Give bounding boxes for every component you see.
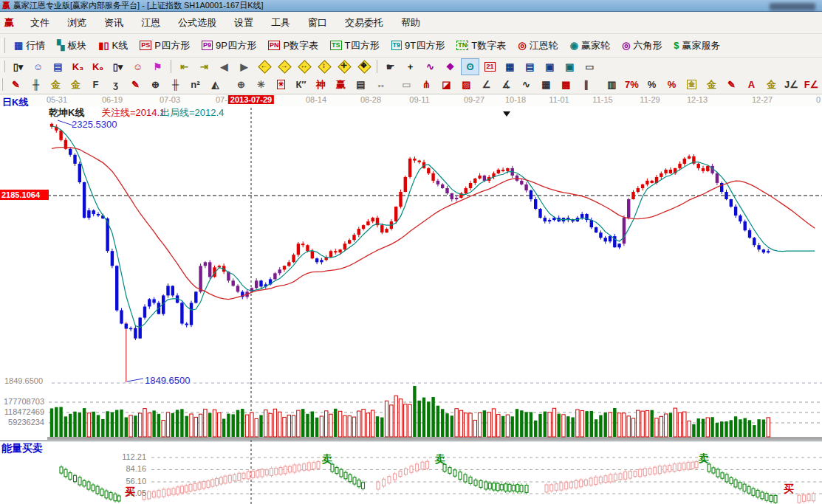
fan-lines-button[interactable]: ⋔ <box>417 76 436 93</box>
fit-all-button[interactable]: ✥ <box>355 58 373 75</box>
p-square-button[interactable]: PSP四方形 <box>134 34 196 57</box>
smart-brain-button[interactable]: ʘ <box>461 58 479 75</box>
t-square-button[interactable]: TST四方形 <box>324 34 385 57</box>
expand-all-button[interactable]: ✛ <box>335 58 353 75</box>
percent-7-button[interactable]: 7% <box>623 76 641 93</box>
n-square-button[interactable]: n² <box>186 76 205 93</box>
prev-bar-button[interactable]: ◀ <box>215 58 233 75</box>
menu-item-公式选股[interactable]: 公式选股 <box>169 15 225 30</box>
form-doc-button[interactable]: ▤ <box>49 58 67 75</box>
title-bar[interactable]: 赢 赢家江恩专业版[赢家内部服务平台] - [上证指数 SH1A0001-167… <box>0 0 822 12</box>
9t-square-button[interactable]: T99T四方形 <box>386 34 451 57</box>
sectors-button[interactable]: ▚板块 <box>51 34 92 57</box>
shift-left-button[interactable]: ← <box>255 58 273 75</box>
menu-item-江恩[interactable]: 江恩 <box>132 15 169 30</box>
star-box-button[interactable]: ✳ <box>272 76 290 93</box>
calculator-button[interactable]: ▦ <box>501 58 519 75</box>
sell-signal-label: 卖 <box>699 452 709 466</box>
market-quotes-button[interactable]: ▦行情 <box>8 34 51 57</box>
gold-line-button[interactable]: 金 <box>702 76 721 93</box>
angle-2-button[interactable]: ∡ <box>497 76 516 93</box>
zigzag-button[interactable]: ∿ <box>517 76 535 93</box>
gold-under-button[interactable]: 金 <box>762 76 781 93</box>
spiral-button[interactable]: ʒ <box>106 76 125 93</box>
save-button[interactable]: ▣ <box>541 58 559 75</box>
menu-item-文件[interactable]: 文件 <box>21 15 58 30</box>
jump-first-button[interactable]: ⇤ <box>175 58 193 75</box>
kline-button[interactable]: ▮▯K线 <box>92 34 134 57</box>
parallel-lines-button[interactable]: ∥ <box>577 76 595 93</box>
ying-tool-button[interactable]: 赢 <box>332 76 350 93</box>
shift-right-button[interactable]: → <box>275 58 293 75</box>
expand-vertical-button[interactable]: ↕ <box>315 58 333 75</box>
j-angle-button[interactable]: J∠ <box>782 76 801 93</box>
hand-tool-button[interactable]: ☛ <box>381 58 400 75</box>
width-measure-button[interactable]: ↔ <box>371 76 390 93</box>
calendar-21-button[interactable]: 21 <box>481 58 499 75</box>
gold-circle-button[interactable]: 金 <box>682 76 701 93</box>
fibonacci-f-button[interactable]: F <box>86 76 105 93</box>
menu-logo-icon: 赢 <box>4 16 14 30</box>
mask-red-button[interactable]: ☺ <box>129 58 147 75</box>
scale-chart-button[interactable]: ▥ <box>603 76 621 93</box>
hexagon-button[interactable]: ◎六角形 <box>616 34 668 57</box>
menu-item-浏览[interactable]: 浏览 <box>58 15 95 30</box>
next-bar-button[interactable]: ▶ <box>235 58 253 75</box>
ruler-grid-button[interactable]: ╫ <box>166 76 185 93</box>
protractor-button[interactable]: ◭ <box>206 76 225 93</box>
fan-box-button[interactable]: ◪ <box>437 76 456 93</box>
kline-style-button[interactable]: ▯▾ <box>9 58 27 75</box>
mask-blue-button[interactable]: ☺ <box>29 58 47 75</box>
menu-item-资讯[interactable]: 资讯 <box>95 15 132 30</box>
jump-last-button[interactable]: ⇥ <box>195 58 213 75</box>
grid-box-1-button[interactable]: ▦ <box>537 76 555 93</box>
shen-tool-button[interactable]: 神 <box>312 76 330 93</box>
expand-horizontal-button[interactable]: ↔ <box>295 58 313 75</box>
menu-item-交易委托[interactable]: 交易委托 <box>336 15 392 30</box>
9p-square-button[interactable]: P99P四方形 <box>196 34 262 57</box>
star-burst-button[interactable]: ✳ <box>252 76 270 93</box>
t-square-icon: TS <box>330 41 342 50</box>
a-wave-button[interactable]: A <box>742 76 761 93</box>
chart-9-button[interactable]: K₉ <box>89 58 107 75</box>
print-button[interactable]: ▭ <box>580 58 599 75</box>
menu-item-工具[interactable]: 工具 <box>262 15 299 30</box>
grid-box-2-button[interactable]: ▩ <box>557 76 575 93</box>
save-remote-button[interactable]: ▣ <box>561 58 579 75</box>
k-mark-button[interactable]: К″ <box>292 76 310 93</box>
draw-pen-button[interactable]: ✎ <box>7 76 25 93</box>
candle-picker-button[interactable]: ▯▾ <box>109 58 127 75</box>
menu-item-帮助[interactable]: 帮助 <box>392 15 429 30</box>
p-number-table-button[interactable]: PNP数字表 <box>262 34 324 57</box>
window-title: 赢家江恩专业版[赢家内部服务平台] - [上证指数 SH1A0001-167日K… <box>13 0 264 11</box>
grid-lines-button[interactable]: ╫ <box>27 76 45 93</box>
trend-angle-button[interactable]: ∿ <box>421 58 439 75</box>
winner-service-button[interactable]: $赢家服务 <box>668 34 726 57</box>
pen-candle-button[interactable]: ✎ <box>722 76 741 93</box>
gold-ratio-1-button[interactable]: 金 <box>47 76 65 93</box>
memo-button[interactable]: ▤ <box>521 58 539 75</box>
crosshair-button[interactable]: + <box>401 58 419 75</box>
gold-ratio-2-button[interactable]: 金 <box>66 76 85 93</box>
angle-1-button[interactable]: ∠ <box>477 76 496 93</box>
gann-wheel-button[interactable]: ◎江恩轮 <box>512 34 564 57</box>
f-angle-button[interactable]: F∠ <box>802 76 821 93</box>
percent-button[interactable]: % <box>643 76 661 93</box>
chart-3-button[interactable]: K₃ <box>69 58 87 75</box>
menu-item-窗口[interactable]: 窗口 <box>299 15 336 30</box>
t-number-table-button[interactable]: TNT数字表 <box>451 34 512 57</box>
draw-pen-2-button[interactable]: ✎ <box>126 76 145 93</box>
compass-button[interactable]: ⊕ <box>232 76 250 93</box>
frame-gray-button[interactable]: ▭ <box>397 76 416 93</box>
circle-cycle-button[interactable]: ⊕ <box>146 76 165 93</box>
p-number-table-label: P数字表 <box>283 39 318 52</box>
winner-wheel-button[interactable]: ◉赢家轮 <box>564 34 616 57</box>
gann-tool-button[interactable]: ❖ <box>441 58 459 75</box>
percent-line-button[interactable]: % <box>662 76 681 93</box>
menu-item-设置[interactable]: 设置 <box>225 15 262 30</box>
chart-area[interactable]: 乾坤K线 关注线=2014.1 出局线=2012.4 2325.5300 218… <box>0 106 822 504</box>
ruler-123-button[interactable]: ▤ <box>352 76 370 93</box>
color-flag-button[interactable]: ⚑ <box>148 58 167 75</box>
hatch-box-button[interactable]: ▨ <box>457 76 476 93</box>
volume-scale-label: 118472469 <box>1 407 44 416</box>
